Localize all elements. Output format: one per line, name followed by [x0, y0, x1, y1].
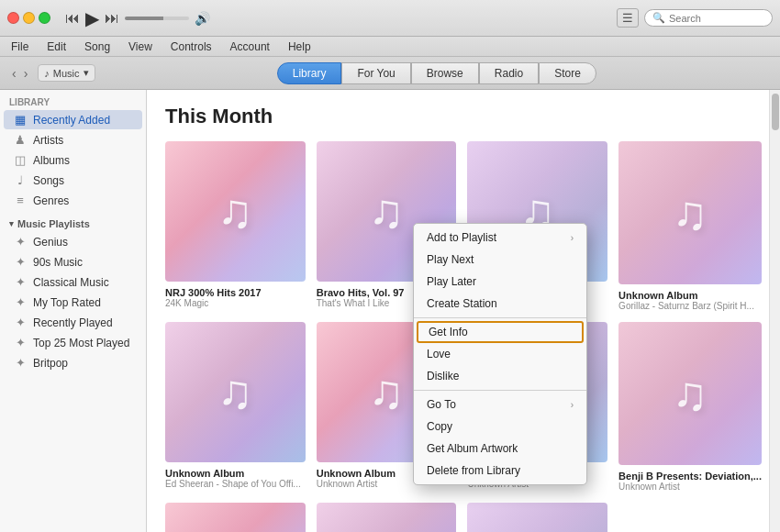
forward-button[interactable]: › [21, 64, 31, 83]
ctx-dislike[interactable]: Dislike [414, 365, 586, 387]
album-card[interactable]: ♫ Benji B Presents: Deviation,... Unknow… [618, 322, 762, 492]
album-art: ♫ [165, 141, 306, 282]
music-selector[interactable]: ♪ Music ▾ [38, 64, 95, 82]
menu-help[interactable]: Help [284, 39, 315, 55]
sidebar-item-90s-music[interactable]: ✦ 90s Music [4, 252, 142, 272]
close-button[interactable] [7, 12, 19, 24]
sidebar-item-britpop[interactable]: ✦ Britpop [4, 353, 142, 372]
sidebar-item-genres[interactable]: ≡ Genres [4, 191, 142, 210]
sidebar-item-songs[interactable]: ♩ Songs [4, 171, 142, 190]
playlists-header[interactable]: ▾ Music Playlists [0, 215, 146, 231]
tab-store[interactable]: Store [539, 62, 596, 84]
menu-controls[interactable]: Controls [167, 39, 216, 55]
music-note-icon: ♫ [673, 366, 708, 421]
ctx-love[interactable]: Love [414, 343, 586, 365]
top-25-icon: ✦ [13, 336, 28, 349]
ctx-go-to[interactable]: Go To › [414, 393, 586, 416]
submenu-arrow-icon: › [571, 233, 574, 243]
sidebar-section-library: Library [0, 90, 146, 109]
album-card[interactable]: ♫ Unknown Album Gorillaz - Saturnz Barz … [618, 141, 762, 311]
content-area: This Month ♫ NRJ 300% Hits 2017 24K Magi… [147, 90, 780, 532]
music-note-icon: ♫ [217, 183, 253, 238]
album-art: ♫ [618, 322, 762, 465]
tab-browse[interactable]: Browse [411, 62, 479, 84]
ctx-copy[interactable]: Copy [414, 416, 586, 438]
sidebar-item-label: Genres [33, 194, 69, 207]
menu-account[interactable]: Account [227, 39, 273, 55]
album-card[interactable]: ♫ Unknown Album [467, 503, 607, 532]
sidebar-item-label: Top 25 Most Played [33, 337, 129, 349]
menu-view[interactable]: View [125, 39, 156, 55]
album-subtitle: 24K Magic [165, 298, 306, 308]
sidebar-item-recently-added[interactable]: ▦ Recently Added [4, 110, 142, 129]
back-button[interactable]: ‹ [9, 64, 19, 83]
prev-button[interactable]: ⏮ [65, 10, 80, 27]
search-icon: 🔍 [652, 12, 665, 24]
ctx-play-later[interactable]: Play Later [414, 271, 586, 293]
sidebar-item-top-25[interactable]: ✦ Top 25 Most Played [4, 333, 142, 352]
ctx-label: Copy [427, 420, 452, 433]
title-bar: ⏮ ▶ ⏭ 🔊 ☰ 🔍 [0, 0, 780, 37]
album-card[interactable]: ♫ NRJ 300% Hits 2017 24K Magic [165, 141, 306, 311]
tab-radio[interactable]: Radio [479, 62, 539, 84]
album-art: ♫ [467, 503, 607, 532]
sidebar-item-top-rated[interactable]: ✦ My Top Rated [4, 293, 142, 312]
ctx-create-station[interactable]: Create Station [414, 293, 586, 315]
sidebar-item-recently-played[interactable]: ✦ Recently Played [4, 313, 142, 332]
ctx-delete-from-library[interactable]: Delete from Library [414, 460, 586, 482]
album-subtitle: Gorillaz - Saturnz Barz (Spirit H... [618, 301, 762, 311]
ctx-play-next[interactable]: Play Next [414, 249, 586, 271]
genius-icon: ✦ [13, 235, 28, 249]
search-input[interactable] [669, 13, 764, 24]
content-header: This Month [147, 90, 780, 138]
nav-arrows: ‹ › [9, 64, 30, 83]
sidebar-item-label: Albums [33, 154, 70, 167]
context-menu: Add to Playlist › Play Next Play Later C… [413, 223, 587, 485]
ctx-get-info[interactable]: Get Info [417, 321, 584, 343]
next-button[interactable]: ⏭ [105, 10, 119, 27]
ctx-separator-2 [414, 390, 586, 391]
music-selector-icon: ♪ [44, 68, 50, 79]
sidebar-item-classical[interactable]: ✦ Classical Music [4, 272, 142, 292]
sidebar-item-artists[interactable]: ♟ Artists [4, 130, 142, 150]
music-note-icon: ♫ [369, 364, 405, 419]
sidebar-item-label: Recently Played [33, 316, 113, 329]
tab-library[interactable]: Library [277, 62, 342, 84]
ctx-label: Play Later [427, 275, 476, 288]
volume-icon: 🔊 [195, 11, 210, 26]
top-rated-icon: ✦ [13, 295, 28, 309]
ctx-get-album-artwork[interactable]: Get Album Artwork [414, 438, 586, 460]
menu-song[interactable]: Song [81, 39, 114, 55]
menu-edit[interactable]: Edit [43, 39, 70, 55]
volume-slider[interactable] [125, 17, 189, 20]
content-title: This Month [165, 105, 762, 128]
britpop-icon: ✦ [13, 356, 28, 370]
genres-icon: ≡ [13, 194, 28, 207]
ctx-label: Create Station [427, 297, 497, 310]
minimize-button[interactable] [23, 12, 35, 24]
classical-icon: ✦ [13, 275, 28, 289]
ctx-separator-1 [414, 317, 586, 318]
ctx-label: Delete from Library [427, 464, 520, 477]
menu-icon-button[interactable]: ☰ [617, 8, 639, 28]
tab-for-you[interactable]: For You [341, 62, 410, 84]
sidebar-item-albums[interactable]: ◫ Albums [4, 150, 142, 170]
maximize-button[interactable] [39, 12, 50, 24]
playlists-label: Music Playlists [17, 218, 90, 229]
menu-file[interactable]: File [7, 39, 32, 55]
sidebar: Library ▦ Recently Added ♟ Artists ◫ Alb… [0, 90, 147, 532]
album-subtitle: Unknown Artist [618, 482, 762, 492]
album-card[interactable]: ♫ Unknown Album [165, 503, 306, 532]
scrollbar[interactable] [769, 90, 780, 532]
album-title: Unknown Album [618, 290, 762, 301]
play-button[interactable]: ▶ [85, 7, 99, 29]
music-selector-label: Music [53, 68, 80, 79]
ctx-label: Play Next [427, 253, 474, 266]
album-card[interactable]: ♫ Unknown Album [317, 503, 457, 532]
ctx-add-to-playlist[interactable]: Add to Playlist › [414, 227, 586, 249]
album-card[interactable]: ♫ Unknown Album Ed Sheeran - Shape of Yo… [165, 322, 306, 492]
playlist-section: ▾ Music Playlists ✦ Genius ✦ 90s Music ✦… [0, 211, 146, 372]
music-note-icon: ♫ [673, 185, 708, 240]
sidebar-item-genius[interactable]: ✦ Genius [4, 232, 142, 251]
scrollbar-thumb[interactable] [772, 94, 779, 130]
